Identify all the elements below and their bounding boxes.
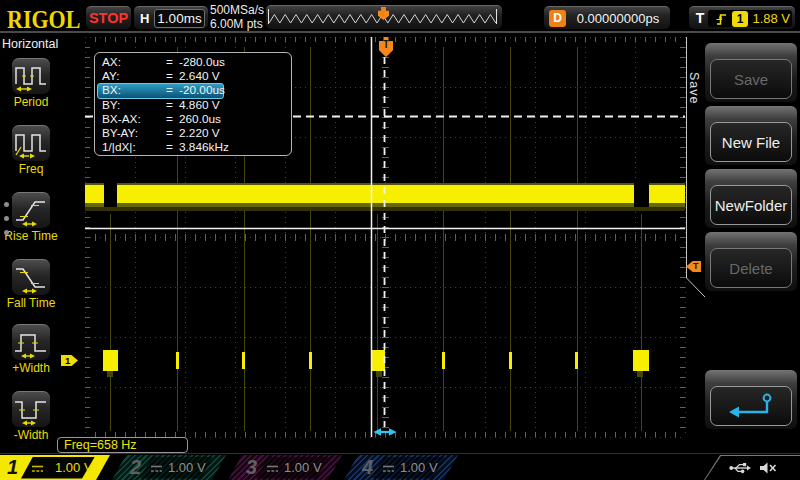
sidebar-item-fall-time[interactable]: Fall Time [0, 259, 62, 310]
cursor-row-ax: AX:=-280.0us [102, 55, 291, 69]
channel1-number: 1 [7, 456, 18, 479]
sidebar-item-label: Period [0, 95, 62, 109]
menu-slot-3: NewFolder [705, 169, 797, 228]
freq-icon[interactable] [12, 125, 50, 161]
channel1-status[interactable]: 1 1.00 V [0, 455, 112, 480]
channel3-status[interactable]: 3 1.00 V [228, 455, 344, 480]
cursor-row-bx-ax: BX-AX:=260.0us [102, 112, 291, 126]
trigger-block[interactable]: T 1 1.88 V [689, 6, 795, 29]
return-arrow-icon [723, 391, 779, 421]
cursor-row-inv-dx: 1/|dX|:=3.846kHz [102, 140, 291, 154]
cursor-measurement-panel: AX:=-280.0us AY:=2.640 V BX:=-20.00us BY… [94, 52, 292, 156]
menu-button-new-file[interactable]: New File [710, 122, 792, 162]
plus-width-icon[interactable] [12, 324, 50, 360]
usb-icon[interactable] [728, 461, 752, 475]
fall-time-icon[interactable] [12, 259, 50, 295]
cursor-row-bx-selected: BX:=-20.00us [102, 83, 291, 97]
cursor-row-by-ay: BY-AY:=2.220 V [102, 126, 291, 140]
horizontal-timebase-block[interactable]: H 1.00ms [134, 6, 208, 29]
minus-width-icon[interactable] [12, 391, 50, 427]
channel2-dc-coupling-icon [150, 464, 163, 474]
run-state-indicator[interactable]: STOP [86, 6, 131, 29]
frequency-counter: Freq=658 Hz [57, 437, 188, 453]
menu-button-new-folder[interactable]: NewFolder [710, 185, 792, 225]
memory-waveform-bar[interactable] [266, 5, 502, 29]
channel2-scale: 1.00 V [168, 460, 206, 475]
delay-value: 0.00000000ps [570, 7, 666, 30]
channel4-status[interactable]: 4 1.00 V [344, 455, 460, 480]
system-status-area [704, 455, 800, 480]
period-icon[interactable] [12, 58, 50, 94]
delay-block[interactable]: D 0.00000000ps [544, 6, 670, 29]
menu-button-back[interactable] [710, 386, 792, 426]
menu-slot-5 [705, 370, 797, 429]
channel4-scale: 1.00 V [400, 460, 438, 475]
page-dot-2 [4, 216, 9, 221]
memory-depth: 6.00M pts [210, 17, 264, 31]
menu-slot-2: New File [705, 106, 797, 165]
cursor-row-by: BY:=4.860 V [102, 98, 291, 112]
page-dot-1 [4, 202, 9, 207]
delay-badge: D [549, 10, 566, 27]
sidebar-item-pos-width[interactable]: +Width [0, 324, 62, 375]
sidebar-item-label: Freq [0, 162, 62, 176]
menu-slot-4: Delete [705, 232, 797, 291]
sidebar-item-label: Fall Time [0, 296, 62, 310]
channel3-number: 3 [246, 456, 257, 479]
sidebar-item-label: -Width [0, 428, 62, 442]
channel2-number: 2 [130, 456, 141, 479]
acquisition-info: 500MSa/s 6.00M pts [210, 3, 264, 31]
sidebar-item-neg-width[interactable]: -Width [0, 391, 62, 442]
channel3-scale: 1.00 V [284, 460, 322, 475]
rigol-logo: RIGOL [7, 5, 80, 35]
menu-slot-1: Save [705, 43, 797, 102]
menu-button-delete[interactable]: Delete [710, 248, 792, 288]
menu-button-save[interactable]: Save [710, 59, 792, 99]
channel2-status[interactable]: 2 1.00 V [112, 455, 228, 480]
sample-rate: 500MSa/s [210, 3, 264, 17]
channel1-dc-coupling-icon [31, 464, 44, 474]
channel1-scale: 1.00 V [55, 460, 93, 475]
trigger-badge: T [693, 9, 707, 26]
rise-time-icon[interactable] [12, 192, 50, 228]
sidebar-item-rise-time[interactable]: Rise Time [0, 192, 62, 243]
timebase-value: 1.00ms [154, 9, 205, 28]
cursor-row-ay: AY:=2.640 V [102, 69, 291, 83]
h-label: H [140, 11, 149, 26]
channel4-number: 4 [362, 456, 373, 479]
trigger-source-badge: 1 [732, 11, 748, 27]
sidebar-item-freq[interactable]: Freq [0, 125, 62, 176]
channel4-dc-coupling-icon [382, 464, 395, 474]
speaker-muted-icon[interactable] [758, 460, 778, 476]
trigger-edge-icon [714, 10, 730, 27]
channel3-dc-coupling-icon [266, 464, 279, 474]
sidebar-item-label: Rise Time [0, 229, 62, 243]
sidebar-item-label: +Width [0, 361, 62, 375]
menu-tab-save: Save [687, 72, 701, 105]
trigger-level-value: 1.88 V [751, 7, 790, 30]
sidebar-item-period[interactable]: Period [0, 58, 62, 109]
page-dot-3 [4, 230, 9, 235]
